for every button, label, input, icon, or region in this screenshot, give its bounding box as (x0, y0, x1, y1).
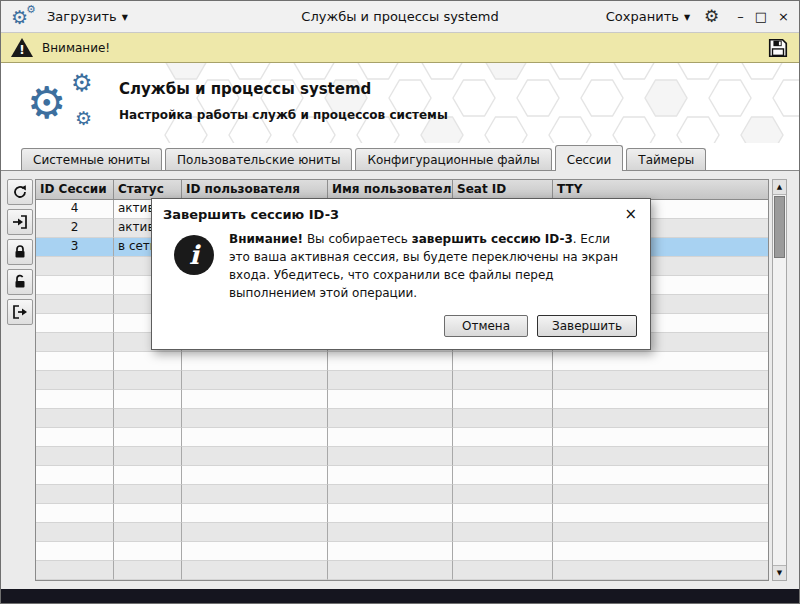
column-header-tty[interactable]: TTY (553, 180, 768, 199)
warning-triangle-icon: ! (11, 38, 33, 57)
table-cell (553, 447, 768, 466)
table-row-empty (36, 542, 768, 561)
session-toolbar (5, 179, 35, 581)
table-cell (553, 561, 768, 580)
table-cell (453, 428, 553, 447)
table-cell (328, 409, 453, 428)
refresh-icon (12, 184, 28, 200)
table-cell (36, 409, 114, 428)
table-cell (453, 504, 553, 523)
table-cell (328, 371, 453, 390)
table-cell (453, 390, 553, 409)
table-cell (182, 352, 328, 371)
table-cell (114, 390, 182, 409)
table-cell (114, 542, 182, 561)
table-cell (36, 295, 114, 314)
minimize-button[interactable]: – (737, 10, 744, 23)
table-cell (36, 504, 114, 523)
column-header-session-id[interactable]: ID Сессии (36, 180, 114, 199)
table-cell (114, 428, 182, 447)
column-header-user-id[interactable]: ID пользователя (182, 180, 328, 199)
dialog-titlebar: Завершить сессию ID-3 × (152, 199, 650, 227)
table-cell (114, 561, 182, 580)
dialog-message: Внимание! Вы собираетесь завершить сесси… (229, 230, 634, 302)
table-cell (328, 485, 453, 504)
table-cell (114, 409, 182, 428)
table-row-empty (36, 390, 768, 409)
table-cell (553, 390, 768, 409)
unlock-icon (12, 274, 28, 290)
table-cell (453, 371, 553, 390)
dialog-body: i Внимание! Вы собираетесь завершить сес… (152, 227, 650, 306)
scrollbar-up-button[interactable]: ▲ (773, 180, 786, 195)
table-row-empty (36, 352, 768, 371)
table-cell (553, 466, 768, 485)
table-cell (553, 409, 768, 428)
vertical-scrollbar[interactable]: ▲ ▼ (772, 179, 787, 581)
table-cell (182, 390, 328, 409)
tab-user-units[interactable]: Пользовательские юниты (165, 148, 352, 170)
table-row-empty (36, 485, 768, 504)
lock-button[interactable] (7, 239, 33, 265)
terminate-session-dialog: Завершить сессию ID-3 × i Внимание! Вы с… (151, 198, 651, 350)
load-menu-button[interactable]: Загрузить ▼ (47, 9, 128, 24)
tab-bar: Системные юниты Пользовательские юниты К… (1, 143, 799, 170)
close-button[interactable]: × (778, 10, 789, 23)
chevron-down-icon: ▼ (122, 13, 128, 22)
table-cell (182, 466, 328, 485)
refresh-button[interactable] (7, 179, 33, 205)
table-cell: 3 (36, 238, 114, 257)
confirm-terminate-button[interactable]: Завершить (537, 315, 637, 337)
unlock-button[interactable] (7, 269, 33, 295)
table-cell (36, 314, 114, 333)
table-cell (328, 504, 453, 523)
table-row-empty (36, 428, 768, 447)
login-button[interactable] (7, 209, 33, 235)
app-gears-icon: ⚙ ⚙ (11, 4, 38, 30)
scrollbar-track[interactable] (773, 259, 786, 565)
table-cell (36, 542, 114, 561)
table-cell (114, 447, 182, 466)
table-cell (453, 466, 553, 485)
column-header-status[interactable]: Статус (114, 180, 182, 199)
table-header: ID Сессии Статус ID пользователя Имя пол… (36, 180, 768, 200)
dialog-close-icon[interactable]: × (622, 207, 639, 222)
column-header-seat-id[interactable]: Seat ID (453, 180, 553, 199)
dialog-title: Завершить сессию ID-3 (163, 207, 339, 222)
logout-icon (12, 304, 28, 320)
maximize-button[interactable]: □ (755, 10, 767, 23)
tab-timers[interactable]: Таймеры (626, 148, 706, 170)
scrollbar-down-button[interactable]: ▼ (773, 565, 786, 580)
table-cell (328, 428, 453, 447)
table-cell (36, 561, 114, 580)
column-header-user-name[interactable]: Имя пользователя (328, 180, 453, 199)
table-cell (328, 561, 453, 580)
warning-text: Внимание! (42, 41, 110, 55)
dialog-message-bold: Внимание! (229, 232, 303, 246)
table-cell (453, 352, 553, 371)
titlebar: Службы и процессы systemd ⚙ ⚙ Загрузить … (1, 1, 799, 33)
table-cell (36, 428, 114, 447)
table-cell (36, 447, 114, 466)
table-row-empty (36, 371, 768, 390)
cancel-button[interactable]: Отмена (444, 315, 528, 337)
app-logo-gears: ⚙ ⚙ ⚙ (27, 71, 115, 137)
header-banner: ⚙ ⚙ ⚙ Службы и процессы systemd Настройк… (1, 63, 799, 143)
table-cell (453, 485, 553, 504)
table-cell (453, 409, 553, 428)
tab-system-units[interactable]: Системные юниты (21, 148, 162, 170)
page-subtitle: Настройка работы служб и процессов систе… (119, 108, 448, 122)
tab-config-files[interactable]: Конфигурационные файлы (355, 148, 551, 170)
settings-gear-button[interactable]: ⚙ (704, 8, 719, 25)
save-floppy-icon[interactable] (767, 37, 789, 59)
table-cell (328, 390, 453, 409)
save-menu-button[interactable]: Сохранить ▼ (606, 9, 690, 24)
table-cell (114, 485, 182, 504)
scrollbar-thumb[interactable] (774, 196, 785, 258)
table-cell (182, 523, 328, 542)
load-menu-label: Загрузить (47, 9, 117, 24)
tab-sessions[interactable]: Сессии (555, 145, 624, 171)
table-cell (453, 542, 553, 561)
table-cell (36, 466, 114, 485)
logout-button[interactable] (7, 299, 33, 325)
